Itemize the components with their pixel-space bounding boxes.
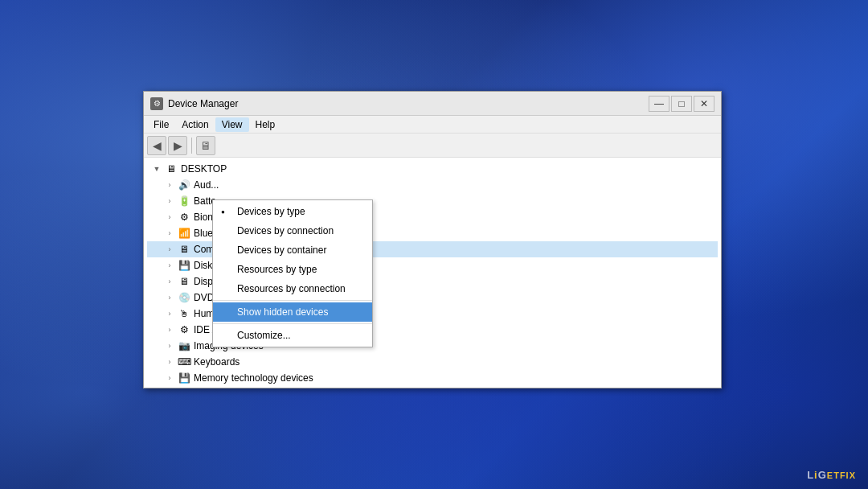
hid-icon: 🖱 xyxy=(178,307,190,320)
tree-root-label: DESKTOP xyxy=(181,163,227,175)
tree-item-mice[interactable]: › 🖱 Mice and other pointing devices xyxy=(147,386,718,388)
view-resources-by-connection[interactable]: Resources by connection xyxy=(213,279,372,298)
menu-separator-2 xyxy=(213,323,372,324)
tree-item-label: Memory technology devices xyxy=(194,372,313,384)
menu-bar: File Action View Help xyxy=(144,116,721,134)
view-show-hidden-devices[interactable]: Show hidden devices xyxy=(213,302,372,322)
expand-arrow: › xyxy=(163,355,176,368)
biometric-icon: ⚙ xyxy=(178,211,190,224)
expand-icon: ▼ xyxy=(150,162,163,175)
imaging-icon: 📷 xyxy=(178,339,190,352)
close-button[interactable]: ✕ xyxy=(694,96,714,112)
tree-root[interactable]: ▼ 🖥 DESKTOP xyxy=(147,161,718,177)
menu-help[interactable]: Help xyxy=(249,117,282,132)
view-devices-by-container[interactable]: Devices by container xyxy=(213,240,372,260)
computer-view-button[interactable]: 🖥 xyxy=(196,136,215,155)
computer-icon: 🖥 xyxy=(165,162,178,175)
expand-arrow: › xyxy=(163,291,176,304)
watermark: LiGETFIX xyxy=(807,469,856,481)
display-icon: 🖥 xyxy=(178,275,190,288)
expand-arrow: › xyxy=(163,323,176,336)
disk-icon: 💾 xyxy=(178,259,190,272)
menu-file[interactable]: File xyxy=(147,117,175,132)
ide-icon: ⚙ xyxy=(178,323,190,336)
back-button[interactable]: ◀ xyxy=(147,136,166,155)
expand-arrow: › xyxy=(163,243,176,256)
maximize-button[interactable]: □ xyxy=(671,96,692,112)
com-icon: 🖥 xyxy=(178,243,190,256)
expand-arrow: › xyxy=(163,307,176,320)
tree-item-memory[interactable]: › 💾 Memory technology devices xyxy=(147,370,718,386)
tree-item-audio[interactable]: › 🔊 Aud... xyxy=(147,177,718,193)
forward-button[interactable]: ▶ xyxy=(168,136,187,155)
bluetooth-icon: 📶 xyxy=(178,227,190,240)
title-bar: ⚙ Device Manager — □ ✕ xyxy=(144,92,721,116)
tree-item-label: Aud... xyxy=(194,179,219,191)
title-bar-controls: — □ ✕ xyxy=(649,96,714,112)
expand-arrow: › xyxy=(163,339,176,352)
window-title: Device Manager xyxy=(168,98,649,109)
audio-icon: 🔊 xyxy=(178,179,190,191)
dvd-icon: 💿 xyxy=(178,291,190,304)
view-devices-by-connection[interactable]: Devices by connection xyxy=(213,221,372,240)
expand-arrow: › xyxy=(163,179,176,191)
expand-arrow: › xyxy=(163,195,176,208)
window-icon: ⚙ xyxy=(150,97,163,110)
tree-item-label: Keyboards xyxy=(194,356,240,368)
menu-separator-1 xyxy=(213,300,372,301)
keyboard-icon: ⌨ xyxy=(178,355,190,368)
expand-arrow: › xyxy=(163,275,176,288)
tree-item-keyboards[interactable]: › ⌨ Keyboards xyxy=(147,354,718,370)
toolbar-separator xyxy=(191,138,192,154)
memory-icon: 💾 xyxy=(178,372,190,384)
menu-action[interactable]: Action xyxy=(175,117,215,132)
battery-icon: 🔋 xyxy=(178,195,190,208)
view-devices-by-type[interactable]: Devices by type xyxy=(213,202,372,221)
toolbar: ◀ ▶ 🖥 xyxy=(144,134,721,158)
minimize-button[interactable]: — xyxy=(649,96,669,112)
menu-view[interactable]: View xyxy=(215,117,249,132)
view-customize[interactable]: Customize... xyxy=(213,326,372,345)
view-resources-by-type[interactable]: Resources by type xyxy=(213,260,372,279)
expand-arrow: › xyxy=(163,372,176,384)
content-area: ▼ 🖥 DESKTOP › 🔊 Aud... › 🔋 Batte... › ⚙ … xyxy=(144,158,721,388)
view-dropdown-menu: Devices by type Devices by connection De… xyxy=(212,199,373,347)
expand-arrow: › xyxy=(163,259,176,272)
device-manager-window: ⚙ Device Manager — □ ✕ File Action View … xyxy=(143,91,722,388)
expand-arrow: › xyxy=(163,211,176,224)
expand-arrow: › xyxy=(163,227,176,240)
